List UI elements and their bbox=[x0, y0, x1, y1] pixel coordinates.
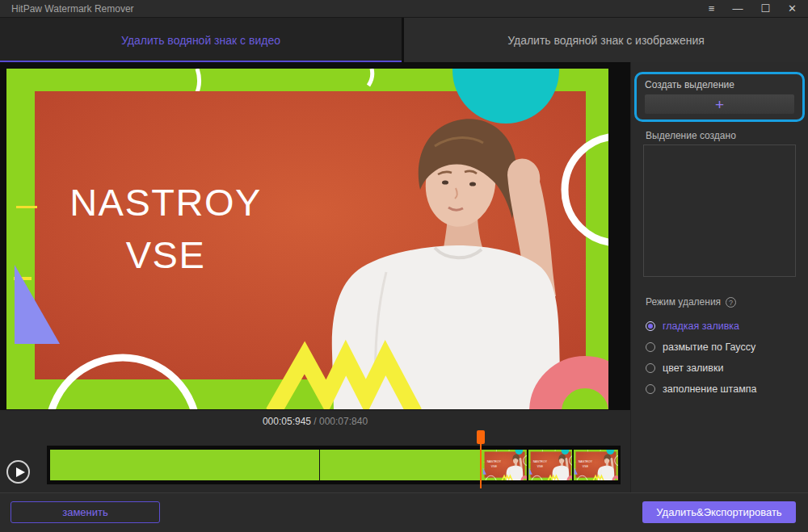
video-thumbnail bbox=[482, 450, 527, 480]
radio-selected-icon bbox=[646, 321, 655, 331]
timeline-clip bbox=[50, 450, 618, 480]
play-button[interactable] bbox=[6, 460, 30, 484]
footer-bar: заменить Удалить&Экспортировать bbox=[0, 492, 808, 532]
tab-bar: Удалить водяной знак с видео Удалить вод… bbox=[0, 18, 808, 62]
mode-option-label: заполнение штампа bbox=[663, 383, 756, 395]
play-icon bbox=[16, 467, 25, 477]
video-thumbnail bbox=[528, 450, 573, 480]
clip-divider bbox=[319, 450, 320, 480]
yellow-dash-decoration bbox=[16, 206, 37, 208]
tab-remove-image-watermark[interactable]: Удалить водяной знак с изображения bbox=[404, 18, 808, 62]
tab-image-label: Удалить водяной знак с изображения bbox=[507, 34, 705, 47]
removal-mode-label: Режим удаления bbox=[646, 296, 721, 308]
total-time: 000:07:840 bbox=[319, 416, 368, 427]
video-stage: NASTROY VSE bbox=[0, 62, 630, 410]
selection-list bbox=[643, 145, 796, 277]
close-icon[interactable]: ✕ bbox=[788, 0, 797, 18]
minimize-icon[interactable]: — bbox=[732, 0, 743, 18]
app-window: HitPaw Watermark Remover ≡ — ☐ ✕ Удалить… bbox=[0, 0, 808, 532]
create-selection-label: Создать выделение bbox=[645, 79, 794, 90]
mode-option-label: гладкая заливка bbox=[663, 320, 739, 332]
mode-option-fill-color[interactable]: цвет заливки bbox=[646, 362, 756, 374]
video-thumbnail bbox=[574, 450, 618, 480]
removal-mode-options: гладкая заливка размытие по Гауссу цвет … bbox=[646, 320, 756, 395]
create-selection-panel: Создать выделение + bbox=[634, 72, 805, 122]
mode-option-smooth-fill[interactable]: гладкая заливка bbox=[646, 320, 756, 332]
replace-button[interactable]: заменить bbox=[11, 501, 160, 523]
video-overlay-text-line2: VSE bbox=[126, 233, 206, 276]
video-overlay-text-line1: NASTROY bbox=[69, 181, 262, 224]
current-time: 000:05:945 bbox=[263, 416, 311, 427]
help-icon[interactable]: ? bbox=[726, 297, 736, 308]
timeline-panel: 000:05:945 / 000:07:840 bbox=[0, 410, 630, 492]
time-separator: / bbox=[314, 416, 319, 427]
playhead-handle[interactable] bbox=[477, 430, 485, 444]
tab-video-label: Удалить водяной знак с видео bbox=[121, 34, 280, 47]
removal-mode-header: Режим удаления ? bbox=[646, 296, 736, 308]
window-controls: ≡ — ☐ ✕ bbox=[709, 0, 797, 18]
tab-remove-video-watermark[interactable]: Удалить водяной знак с видео bbox=[0, 18, 402, 62]
timeline-thumbnails bbox=[482, 450, 618, 480]
add-selection-button[interactable]: + bbox=[645, 94, 794, 114]
plus-icon: + bbox=[715, 97, 724, 112]
title-bar: HitPaw Watermark Remover ≡ — ☐ ✕ bbox=[0, 0, 808, 18]
radio-icon bbox=[646, 342, 655, 352]
radio-icon bbox=[646, 363, 655, 373]
maximize-icon[interactable]: ☐ bbox=[760, 0, 770, 18]
window-title: HitPaw Watermark Remover bbox=[11, 0, 134, 18]
time-display: 000:05:945 / 000:07:840 bbox=[0, 416, 630, 427]
sidebar: Создать выделение + Выделение создано Ре… bbox=[630, 62, 808, 492]
remove-export-button[interactable]: Удалить&Экспортировать bbox=[642, 501, 796, 523]
video-preview[interactable]: NASTROY VSE bbox=[6, 69, 608, 409]
radio-icon bbox=[646, 384, 655, 394]
mode-option-label: размытие по Гауссу bbox=[663, 341, 755, 353]
menu-icon[interactable]: ≡ bbox=[709, 0, 715, 18]
mode-option-gaussian-blur[interactable]: размытие по Гауссу bbox=[646, 341, 756, 353]
mode-option-label: цвет заливки bbox=[663, 362, 723, 374]
video-scene: NASTROY VSE bbox=[6, 69, 608, 409]
selection-created-label: Выделение создано bbox=[646, 130, 736, 141]
timeline-track[interactable] bbox=[47, 446, 621, 484]
mode-option-stamp-fill[interactable]: заполнение штампа bbox=[646, 383, 756, 395]
